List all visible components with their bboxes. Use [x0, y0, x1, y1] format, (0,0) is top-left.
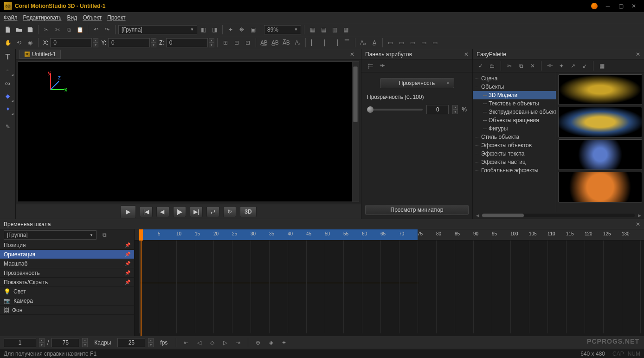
text-align-3-icon[interactable]: A̅B	[281, 38, 291, 48]
tl-btn-3-icon[interactable]: ◇	[207, 338, 217, 348]
close-button[interactable]: ✕	[627, 1, 640, 11]
tl-btn-6-icon[interactable]: ⊕	[253, 338, 263, 348]
halign-center-icon[interactable]: │	[320, 38, 330, 48]
y-input[interactable]	[108, 38, 150, 47]
dd-action-2-icon[interactable]: ◨	[209, 25, 219, 35]
tree-lathe[interactable]: Объекты вращения	[473, 116, 556, 124]
ep-add-icon[interactable]: ✦	[556, 61, 567, 71]
text-tool-icon[interactable]: T	[2, 51, 14, 63]
tl-btn-2-icon[interactable]: ◁	[194, 338, 204, 348]
attr-next-icon[interactable]: ⬲	[377, 61, 387, 71]
fx-icon[interactable]: ❋	[237, 25, 247, 35]
scissors-icon[interactable]: ✄	[52, 25, 63, 35]
dist-4-icon[interactable]: ▭	[419, 38, 429, 48]
paste-icon[interactable]: 📋	[75, 25, 85, 35]
dist-5-icon[interactable]: ▭	[430, 38, 440, 48]
open-file-icon[interactable]	[14, 25, 24, 35]
timeline-close-icon[interactable]: ✕	[636, 221, 640, 228]
tree-particle-fx[interactable]: Эффекты частиц	[473, 158, 556, 166]
loop-button[interactable]: ⇄	[206, 206, 219, 217]
tree-3d-models[interactable]: 3D Модели	[473, 91, 556, 99]
repeat-button[interactable]: ↻	[223, 206, 236, 217]
tree-global-fx[interactable]: Глобальные эффекты	[473, 166, 556, 175]
menu-file[interactable]: Файл	[4, 14, 18, 21]
dist-2-icon[interactable]: ▭	[397, 38, 407, 48]
track-light[interactable]: 💡Свет	[0, 287, 134, 296]
thumb-motion[interactable]	[558, 74, 642, 105]
viewport-tab-untitled[interactable]: 3D Untitled-1	[19, 50, 61, 59]
text-align-4-icon[interactable]: Aᵢ	[292, 38, 303, 48]
grid2-icon[interactable]: ▤	[318, 25, 328, 35]
wand-icon[interactable]: ✦	[225, 25, 236, 35]
pan-icon[interactable]: ✋	[3, 38, 13, 48]
align-btn-2-icon[interactable]: ⊟	[232, 38, 242, 48]
ep-grid-icon[interactable]: ▦	[597, 61, 607, 71]
z-input[interactable]	[166, 38, 208, 47]
maximize-button[interactable]: ▢	[614, 1, 627, 11]
tree-shapes[interactable]: Фигуры	[473, 124, 556, 133]
tree-extruded[interactable]: Экструдированные объекть	[473, 108, 556, 116]
halign-right-icon[interactable]: ▕	[331, 38, 341, 48]
last-frame-button[interactable]: ▶|	[190, 206, 203, 217]
copy-icon[interactable]: ⧉	[64, 25, 74, 35]
preview-thumbnails-button[interactable]: Просмотр миниатюр	[365, 205, 469, 215]
ep-export-icon[interactable]: ↗	[568, 61, 578, 71]
menu-object[interactable]: Объект	[83, 14, 102, 21]
pin-icon[interactable]: 📌	[125, 252, 130, 257]
timeline-ruler[interactable]: 1510152025303540455055606570758085909510…	[135, 229, 644, 241]
easypalette-hscroll[interactable]: ◀▶	[473, 212, 644, 219]
primitive-tool-icon[interactable]: ◆	[2, 90, 14, 102]
thumb-bike[interactable]	[558, 139, 642, 170]
attributes-close-icon[interactable]: ✕	[464, 51, 469, 58]
dist-1-icon[interactable]: ▭	[386, 38, 396, 48]
menu-project[interactable]: Проект	[107, 14, 126, 21]
play-button[interactable]: ▶	[120, 205, 136, 218]
menu-edit[interactable]: Редактировать	[23, 14, 62, 21]
redo-icon[interactable]: ↷	[102, 25, 112, 35]
tl-btn-1-icon[interactable]: ⇤	[181, 338, 191, 348]
attr-prev-icon[interactable]: ⬱	[365, 61, 375, 71]
viewport-3d[interactable]: y x z	[18, 61, 359, 202]
tree-objects[interactable]: Объекты	[473, 83, 556, 91]
timeline-group-dropdown[interactable]: [Группа]▼	[4, 230, 97, 240]
tree-text-objects[interactable]: Текстовые объекты	[473, 99, 556, 108]
ep-copy-icon[interactable]: ⧉	[516, 61, 526, 71]
z-spinner[interactable]: ▲▼	[209, 38, 214, 47]
ep-nav-icon[interactable]: ⬲	[545, 61, 555, 71]
new-file-icon[interactable]	[3, 25, 13, 35]
fps-input[interactable]	[117, 338, 145, 347]
next-frame-button[interactable]: |▶	[173, 206, 186, 217]
playhead-icon[interactable]	[139, 229, 143, 241]
fps-spinner[interactable]: ▲▼	[148, 338, 154, 347]
track-orientation[interactable]: Ориентация📌	[0, 250, 134, 259]
track-opacity[interactable]: Прозрачность📌	[0, 268, 134, 278]
frame-spinner[interactable]: ▲▼	[39, 338, 45, 347]
3d-toggle-button[interactable]: 3D	[240, 206, 257, 217]
tl-btn-8-icon[interactable]: ✦	[279, 338, 289, 348]
opacity-slider[interactable]	[367, 109, 423, 111]
grid4-icon[interactable]: ▩	[341, 25, 351, 35]
text-align-1-icon[interactable]: A͟B	[259, 38, 269, 48]
tree-object-style[interactable]: Стиль объекта	[473, 133, 556, 141]
grid1-icon[interactable]: ▦	[307, 25, 317, 35]
shape-tool-icon[interactable]: ▫	[2, 64, 14, 76]
timeline-copy-icon[interactable]: ⧉	[99, 230, 109, 240]
text-ai-icon[interactable]: A̤	[369, 38, 380, 48]
render-icon[interactable]: ▣	[248, 25, 258, 35]
rotate-icon[interactable]: ⟲	[14, 38, 24, 48]
valign-top-icon[interactable]: ▔	[342, 38, 352, 48]
timeline-right[interactable]: 1510152025303540455055606570758085909510…	[135, 229, 644, 336]
save-file-icon[interactable]	[25, 25, 35, 35]
tl-btn-5-icon[interactable]: ⇥	[233, 338, 243, 348]
track-position[interactable]: Позиция📌	[0, 241, 134, 250]
minimize-button[interactable]: ─	[601, 1, 614, 11]
dd-action-1-icon[interactable]: ◧	[198, 25, 208, 35]
thumb-ball[interactable]	[558, 172, 642, 202]
particle-tool-icon[interactable]: ✦	[2, 103, 14, 115]
opacity-input[interactable]	[426, 105, 449, 114]
track-visibility[interactable]: Показать/Скрыть📌	[0, 278, 134, 287]
text-aa-icon[interactable]: Aₐ	[358, 38, 368, 48]
halign-left-icon[interactable]: ▏	[309, 38, 319, 48]
viewport-scrollbar[interactable]	[352, 62, 359, 202]
attr-dropdown[interactable]: Прозрачность	[380, 78, 454, 88]
